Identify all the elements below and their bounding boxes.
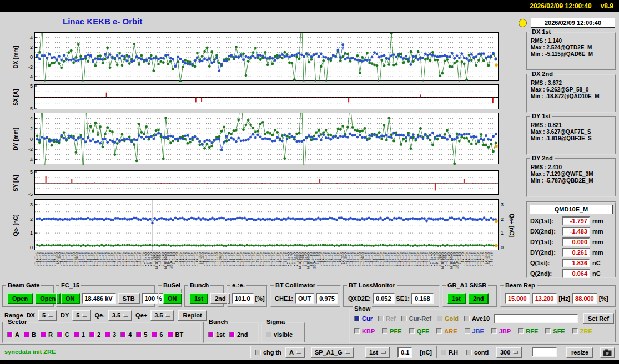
ee-ratio-group: e-:e- 101.0 [%] [227,285,268,307]
stat-panel-dx-2nd: DX 2ndRMS : 3.672Max : 6.262@SP_58_0Min … [526,74,616,113]
bunch-bottom-group-label: Bunch [207,318,229,326]
fc15-stb-button[interactable]: STB [118,293,140,304]
show-gold-checkbox[interactable]: Gold [437,315,459,322]
checkbox-label: 4 [128,331,132,338]
checkbox-indicator [378,316,384,321]
plot-dx[interactable]: 420-2-4DX [mm] [34,32,499,81]
show-zre-checkbox[interactable]: ZRE [572,328,592,335]
dropdown-indicator-icon [165,314,170,317]
y-tick-label: 3 [21,202,33,208]
y-tick-label: 0 [21,54,33,60]
y-axis-label: SY [A] [13,171,19,195]
replot-button[interactable]: Replot [178,310,207,321]
monitor-row-label: DX(1st): [530,218,560,224]
monitor-row-label: DY(2nd): [530,249,560,256]
plot-qe[interactable]: 32103210Qe- [nC]Qe+ [nC] [34,199,499,250]
sector-2-checkbox[interactable]: 2 [89,331,100,338]
beam-rep-hz-unit: [Hz] [558,295,570,302]
sector-1-checkbox[interactable]: 1 [74,331,85,338]
checkbox-label: Cur [362,315,373,322]
show-sfe-checkbox[interactable]: SFE [545,328,565,335]
statusbar-separator [250,346,251,358]
show-pfe-checkbox[interactable]: PFE [382,328,401,335]
show-cur-ref-checkbox[interactable]: Cur-Ref [401,315,431,322]
resize-button[interactable]: resize [566,347,593,358]
show-qfe-checkbox[interactable]: QFE [409,328,430,335]
fc15-hv-value: 18.486 kV [82,293,116,304]
spare-input[interactable] [532,347,557,357]
range-dy-select[interactable]: 5 [72,310,91,321]
ph-checkbox[interactable]: P.H [441,349,458,356]
y-tick-label: -2 [21,64,33,70]
sector-c-checkbox[interactable]: C [57,331,69,338]
monitor-row-value: -1.483 [562,227,590,236]
monitor-row-unit: nC [592,270,601,277]
sigma-visible-checkbox[interactable]: visible [266,331,293,338]
plot-dy[interactable]: 420-2-4DY [mm] [34,113,499,164]
monitor-select[interactable]: SP_A1_G [311,347,354,358]
checkbox-label: 3 [113,331,116,338]
beam-gate-open-button-1[interactable]: Open [7,293,33,304]
checkbox-indicator [136,332,142,337]
bunch-1st-button[interactable]: 1st [189,293,208,304]
plot-sx[interactable]: 5-5SX [A] [34,84,499,109]
checkbox-label: QFE [417,328,430,335]
show-ave10-checkbox[interactable]: Ave10 [464,315,490,322]
monitor-row-value: 0.064 [562,269,590,278]
page-title: Linac KEKB e- Orbit [63,17,142,26]
show-ref-checkbox[interactable]: Ref [378,315,396,322]
stat-panel-title: DX 2nd [530,70,555,78]
dropdown-indicator-icon [48,314,53,317]
y-tick-label: -2 [21,146,33,152]
show-rfe-checkbox[interactable]: RFE [518,328,538,335]
set-ref-button[interactable]: Set Ref [583,313,614,324]
bunch-top-group: Bunch 1st 2nd [184,285,224,307]
plot-sy[interactable]: 5-5SY [A] [34,170,499,195]
snsr-2nd-button[interactable]: 2nd [468,293,489,304]
snsr-1st-button[interactable]: 1st [447,293,466,304]
threshold-value[interactable]: 0.1 [397,347,412,358]
sector-3-checkbox[interactable]: 3 [105,331,116,338]
sector-a-checkbox[interactable]: A [7,331,19,338]
x-axis-monitor-labels: SP_A1_CSP_A1_GSP_A2_CSP_A2_GSP_A3_CSP_A3… [34,251,499,281]
checkbox-label: 2nd [237,331,248,338]
stat-max: Max : 6.262@SP_58_0 [531,87,615,93]
bunch-2nd-checkbox[interactable]: 2nd [229,331,248,338]
chg-th-checkbox[interactable]: chg th [255,349,281,356]
busel-on-button[interactable]: ON [163,293,182,304]
bunch-select[interactable]: 1st [365,347,390,358]
sector-bt-checkbox[interactable]: BT [168,331,184,338]
screenshot-button[interactable] [600,347,615,358]
fc15-on-button[interactable]: ON [61,293,80,304]
sector-5-checkbox[interactable]: 5 [136,331,147,338]
show-jbp-checkbox[interactable]: JBP [491,328,511,335]
bunch-value: 1st [369,349,378,356]
mode-select[interactable]: A [285,347,305,358]
checkbox-indicator [436,328,442,334]
range-dx-select[interactable]: 5 [38,310,57,321]
sector-6-checkbox[interactable]: 6 [152,331,163,338]
sector-b-checkbox[interactable]: B [24,331,36,338]
monitor-row-unit: mm [592,239,603,245]
show-are-checkbox[interactable]: ARE [436,328,457,335]
sector-r-checkbox[interactable]: R [41,331,53,338]
conti-checkbox[interactable]: conti [466,349,489,356]
ee-ratio-value: 101.0 [232,293,254,304]
series-Qe+ [36,244,497,247]
range-qem-select[interactable]: 3.5 [108,310,132,321]
bunch-1st-checkbox[interactable]: 1st [208,331,225,338]
range-qep-select[interactable]: 3.5 [150,310,174,321]
show-kbp-checkbox[interactable]: KBP [354,328,375,335]
bt-lossmonitor-group-label: BT LossMonitor [347,282,397,289]
show-jbe-checkbox[interactable]: JBE [465,328,484,335]
show-cur-checkbox[interactable]: Cur [354,315,373,322]
sector-4-checkbox[interactable]: 4 [120,331,132,338]
checkbox-label: 1 [82,331,85,338]
stat-panel-title: DX 1st [530,28,552,36]
beam-rep-group: Beam Rep 15.000 13.200 [Hz] 88.000 [%] [500,285,616,307]
checkbox-label: C [65,331,69,338]
count-select[interactable]: 300 [496,347,522,358]
ref-file-input[interactable] [494,314,578,323]
beam-rep-pct-unit: [%] [599,295,608,302]
checkbox-label: ZRE [580,328,592,335]
